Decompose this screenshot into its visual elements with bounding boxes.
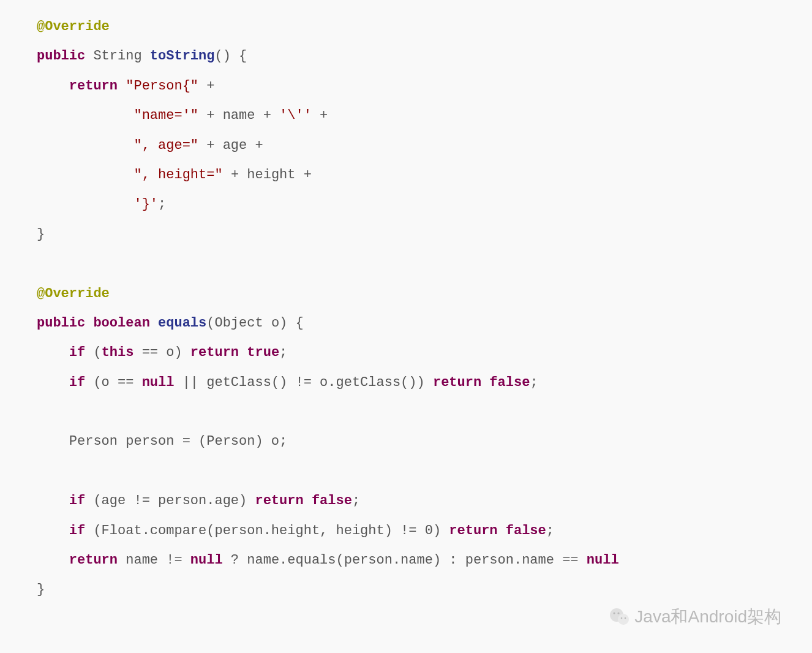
str-height-eq: ", height=" — [133, 167, 222, 183]
param-object: (Object o) — [206, 315, 287, 331]
op-plus-6: + — [255, 138, 263, 153]
char-close-curly: '}' — [133, 197, 158, 212]
brace-close-1: } — [37, 227, 45, 242]
kw-false-1: false — [489, 375, 530, 390]
str-name-eq: "name='" — [133, 108, 198, 123]
cond3: (age != person.age) — [93, 493, 247, 508]
cast-line: Person person = (Person) o; — [69, 434, 287, 449]
type-string: String — [93, 48, 141, 64]
op-plus-2: + — [206, 108, 214, 123]
kw-return-3: return — [433, 375, 481, 390]
kw-if-3: if — [69, 493, 85, 508]
op-plus-4: + — [320, 108, 328, 123]
kw-return-2: return — [190, 345, 239, 360]
op-plus-8: + — [304, 167, 312, 183]
op-plus-3: + — [263, 108, 271, 123]
svg-point-4 — [621, 617, 623, 619]
str-age-eq: ", age=" — [133, 138, 198, 153]
cond4: (Float.compare(person.height, height) !=… — [93, 523, 441, 538]
semicolon-5: ; — [546, 523, 554, 538]
svg-point-1 — [618, 614, 629, 625]
method-toString: toString — [150, 48, 215, 64]
kw-if-2: if — [69, 375, 85, 390]
var-o-1: o — [166, 345, 174, 360]
kw-null-3: null — [587, 553, 619, 568]
kw-public-1: public — [37, 48, 85, 64]
final-a: name != — [126, 553, 190, 568]
kw-if-4: if — [69, 523, 85, 538]
annotation-override-2: @Override — [37, 286, 110, 301]
kw-return-1: return — [69, 78, 118, 94]
kw-false-3: false — [506, 523, 546, 538]
kw-return-6: return — [69, 553, 118, 568]
kw-if-1: if — [69, 345, 85, 360]
semicolon-2: ; — [279, 345, 287, 360]
brace-open-2: { — [296, 315, 304, 331]
semicolon-1: ; — [158, 197, 166, 212]
cond2a: (o == — [93, 375, 141, 390]
cond2b: || getClass() != o.getClass()) — [174, 375, 424, 390]
brace-close-2: } — [37, 582, 45, 597]
cond1-open: ( — [93, 345, 101, 360]
semicolon-3: ; — [530, 375, 538, 390]
str-person: "Person{" — [126, 78, 198, 94]
op-plus-7: + — [231, 167, 239, 183]
char-esc: '\'' — [279, 108, 312, 123]
kw-boolean: boolean — [93, 315, 149, 331]
kw-public-2: public — [37, 315, 85, 331]
annotation-override-1: @Override — [37, 19, 110, 34]
kw-return-5: return — [449, 523, 497, 538]
kw-true-1: true — [247, 345, 279, 360]
op-plus-1: + — [206, 78, 214, 94]
semicolon-4: ; — [352, 493, 360, 508]
kw-false-2: false — [312, 493, 352, 508]
watermark-text: Java和Android架构 — [634, 605, 781, 628]
kw-return-4: return — [255, 493, 303, 508]
final-b: ? name.equals(person.name) : person.name… — [223, 553, 587, 568]
wechat-icon — [609, 606, 631, 628]
parens-1: () — [214, 48, 230, 64]
method-equals: equals — [158, 315, 206, 331]
code-block: @Override public String toString() { ret… — [0, 0, 812, 617]
kw-this: this — [102, 345, 134, 360]
svg-point-2 — [614, 612, 615, 614]
op-plus-5: + — [206, 138, 214, 153]
watermark: Java和Android架构 — [609, 605, 781, 628]
var-name: name — [223, 108, 255, 123]
op-eqeq-1: == — [133, 345, 166, 360]
kw-null-2: null — [190, 553, 223, 568]
svg-point-5 — [625, 617, 626, 619]
kw-null-1: null — [142, 375, 175, 390]
var-height: height — [247, 167, 295, 183]
var-age: age — [223, 138, 247, 153]
svg-point-3 — [618, 612, 620, 614]
cond1-close: ) — [174, 345, 182, 360]
brace-open-1: { — [239, 48, 247, 64]
